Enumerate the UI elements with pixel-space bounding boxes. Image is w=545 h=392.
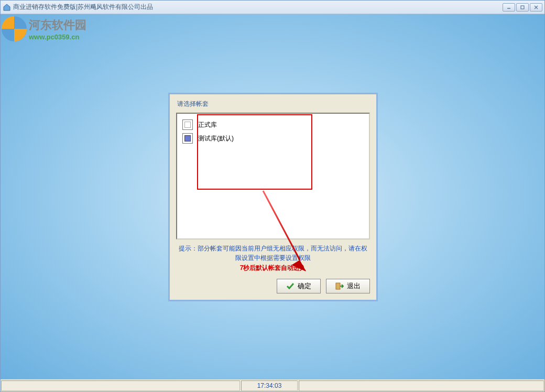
- window-controls: [503, 3, 542, 12]
- dialog-buttons: 确定 退出: [176, 279, 370, 293]
- ok-button[interactable]: 确定: [277, 279, 321, 293]
- exit-label: 退出: [347, 281, 361, 291]
- account-label: 正式库: [198, 121, 217, 129]
- client-area: 河东软件园 www.pc0359.cn 请选择帐套 正式库 测试库(默认): [1, 14, 544, 379]
- dialog-title: 请选择帐套: [176, 100, 370, 108]
- watermark-url: www.pc0359.cn: [29, 33, 86, 41]
- account-select-dialog: 请选择帐套 正式库 测试库(默认): [168, 93, 378, 301]
- maximize-icon: [520, 5, 525, 10]
- svg-rect-6: [336, 283, 340, 289]
- window-title: 商业进销存软件免费版|苏州飚风软件有限公司出品: [13, 3, 503, 12]
- check-icon: [286, 282, 295, 290]
- status-time: 17:34:03: [241, 380, 298, 391]
- permission-hint: 提示：部分帐套可能因当前用户组无相应权限，而无法访问，请在权限设置中根据需要设置…: [176, 244, 370, 263]
- account-label: 测试库(默认): [198, 134, 234, 143]
- account-item-test[interactable]: 测试库(默认): [181, 132, 365, 145]
- database-icon: [182, 133, 193, 144]
- main-window: 商业进销存软件免费版|苏州飚风软件有限公司出品 河东软件园 www.pc0359…: [0, 0, 545, 392]
- statusbar: 17:34:03: [1, 379, 544, 391]
- minimize-button[interactable]: [503, 3, 515, 12]
- status-pane-left: [1, 380, 240, 391]
- maximize-button[interactable]: [516, 3, 529, 12]
- exit-button[interactable]: 退出: [326, 279, 370, 293]
- close-icon: [533, 5, 539, 10]
- status-pane-right: [299, 380, 544, 391]
- minimize-icon: [506, 5, 511, 10]
- database-icon: [182, 119, 193, 130]
- account-listbox[interactable]: 正式库 测试库(默认): [176, 113, 370, 239]
- watermark-title: 河东软件园: [29, 17, 86, 33]
- countdown-text: 7秒后默认帐套自动进入: [176, 264, 370, 273]
- titlebar: 商业进销存软件免费版|苏州飚风软件有限公司出品: [1, 1, 544, 14]
- watermark: 河东软件园 www.pc0359.cn: [2, 16, 86, 41]
- exit-icon: [335, 282, 344, 290]
- ok-label: 确定: [298, 281, 311, 291]
- svg-rect-1: [521, 6, 524, 9]
- close-button[interactable]: [530, 3, 542, 12]
- watermark-logo-icon: [2, 16, 27, 41]
- app-icon: [3, 3, 11, 12]
- account-item-formal[interactable]: 正式库: [181, 118, 365, 132]
